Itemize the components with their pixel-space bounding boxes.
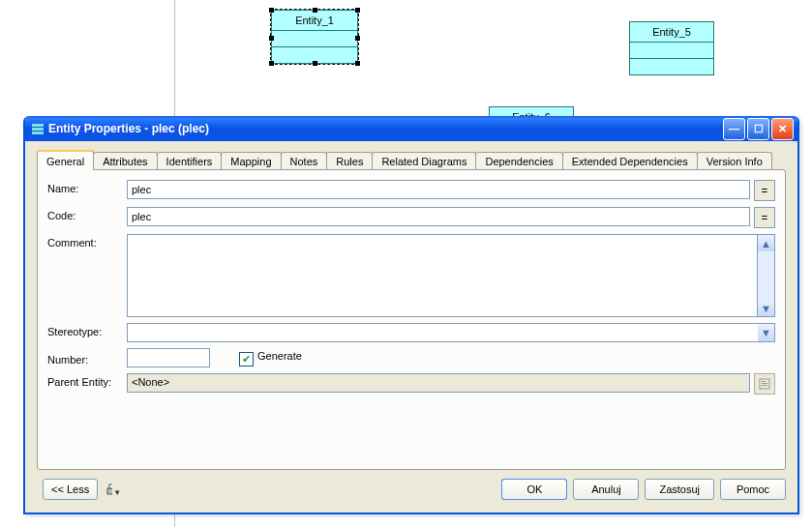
tab-mapping[interactable]: Mapping: [221, 152, 281, 170]
tab-identifiers[interactable]: Identifiers: [157, 152, 223, 170]
maximize-button[interactable]: ☐: [747, 118, 769, 140]
comment-scrollbar[interactable]: ▲ ▼: [757, 234, 775, 317]
scroll-up-icon[interactable]: ▲: [758, 235, 774, 251]
svg-rect-6: [762, 385, 767, 386]
chevron-down-icon: ▼: [113, 488, 121, 497]
tab-strip: General Attributes Identifiers Mapping N…: [37, 149, 786, 170]
minimize-button[interactable]: —: [723, 118, 745, 140]
entity-section: [272, 31, 357, 47]
scroll-down-icon[interactable]: ▼: [758, 300, 774, 316]
properties-icon: [759, 378, 770, 390]
parent-entity-value: <None>: [128, 374, 173, 390]
entity-properties-dialog: Entity Properties - plec (plec) — ☐ ✕ Ge…: [23, 116, 799, 514]
parent-entity-browse-button[interactable]: [754, 373, 775, 395]
svg-rect-2: [32, 132, 44, 134]
code-sync-button[interactable]: =: [754, 207, 775, 228]
generate-label: Generate: [257, 350, 302, 362]
tab-dependencies[interactable]: Dependencies: [475, 152, 562, 170]
name-label: Name:: [47, 180, 127, 194]
printer-icon: [105, 483, 112, 497]
stereotype-label: Stereotype:: [47, 323, 127, 337]
less-button[interactable]: << Less: [43, 479, 98, 500]
dialog-footer: << Less ▼ OK Anuluj Zastosuj Pomoc: [37, 476, 786, 503]
entity-label: Entity_1: [272, 11, 357, 31]
tab-notes[interactable]: Notes: [281, 152, 328, 170]
ok-button[interactable]: OK: [501, 479, 567, 500]
stereotype-combo[interactable]: ▼: [127, 323, 775, 342]
svg-rect-4: [762, 381, 766, 382]
entity-5[interactable]: Entity_5: [629, 21, 714, 75]
tab-page-general: Name: = Code: = Comment: ▲ ▼: [37, 169, 786, 470]
dialog-client: General Attributes Identifiers Mapping N…: [29, 145, 794, 509]
help-button[interactable]: Pomoc: [720, 479, 786, 500]
code-input[interactable]: [127, 207, 750, 226]
code-label: Code:: [47, 207, 127, 221]
svg-rect-8: [109, 484, 112, 488]
tab-attributes[interactable]: Attributes: [93, 152, 157, 170]
tab-general[interactable]: General: [37, 150, 94, 170]
parent-entity-combo[interactable]: <None>: [127, 373, 750, 393]
cancel-button[interactable]: Anuluj: [573, 479, 639, 500]
dialog-title: Entity Properties - plec (plec): [48, 122, 209, 135]
apply-button[interactable]: Zastosuj: [645, 479, 714, 500]
entity-section: [630, 59, 713, 74]
print-menu-button[interactable]: ▼: [105, 482, 121, 497]
chevron-down-icon[interactable]: ▼: [758, 324, 774, 341]
name-input[interactable]: [127, 180, 750, 199]
parent-entity-label: Parent Entity:: [47, 373, 127, 388]
svg-rect-1: [32, 128, 44, 131]
number-label: Number:: [47, 351, 127, 366]
tab-related-diagrams[interactable]: Related Diagrams: [372, 152, 476, 170]
titlebar[interactable]: Entity Properties - plec (plec) — ☐ ✕: [25, 116, 797, 141]
number-input[interactable]: [127, 348, 210, 367]
svg-rect-5: [762, 383, 767, 384]
entity-1[interactable]: Entity_1: [271, 10, 358, 64]
tab-rules[interactable]: Rules: [326, 152, 373, 170]
close-button[interactable]: ✕: [771, 118, 794, 140]
svg-rect-7: [107, 488, 112, 494]
comment-input[interactable]: [127, 234, 757, 317]
tab-version-info[interactable]: Version Info: [697, 152, 772, 170]
entity-section: [630, 43, 713, 59]
comment-label: Comment:: [47, 234, 127, 249]
svg-rect-0: [32, 124, 44, 127]
tab-extended-dependencies[interactable]: Extended Dependencies: [562, 152, 698, 170]
entity-icon: [31, 122, 45, 135]
entity-label: Entity_5: [630, 22, 713, 43]
generate-checkbox[interactable]: ✔Generate: [239, 350, 302, 366]
name-sync-button[interactable]: =: [754, 180, 775, 201]
